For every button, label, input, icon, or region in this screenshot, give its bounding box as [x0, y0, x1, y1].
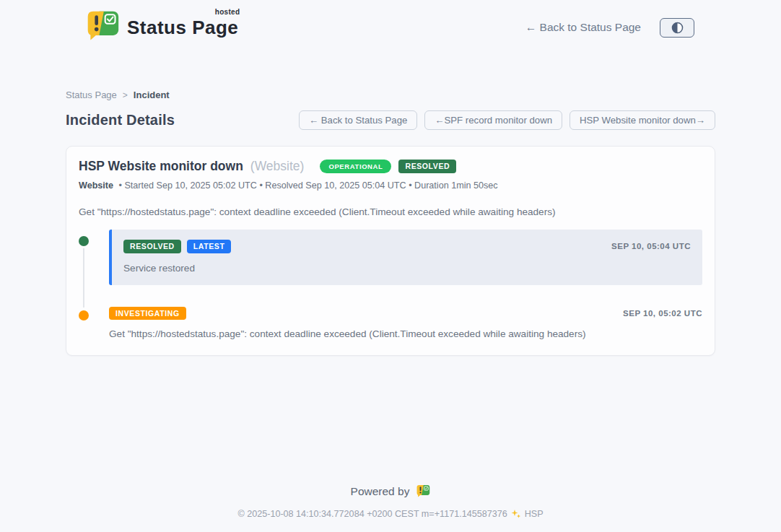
timeline-latest-update-box: RESOLVED LATEST SEP 10, 05:04 UTC Servic… — [109, 230, 702, 285]
incident-meta: Website • Started Sep 10, 2025 05:02 UTC… — [79, 180, 702, 191]
breadcrumb-incident: Incident — [134, 90, 170, 100]
incident-scope: (Website) — [250, 159, 305, 174]
status-page-mini-logo-icon — [416, 484, 430, 498]
page-title: Incident Details — [66, 112, 175, 128]
main-content: Status Page > Incident Incident Details … — [66, 90, 715, 356]
timeline-entry-investigating: INVESTIGATING SEP 10, 05:02 UTC Get "htt… — [79, 307, 702, 341]
copyright-suffix: HSP — [525, 509, 544, 519]
breadcrumb-separator: > — [123, 90, 128, 100]
title-row: Incident Details ← Back to Status Page ←… — [66, 110, 715, 130]
theme-toggle-button[interactable] — [660, 18, 694, 38]
contrast-icon — [671, 21, 684, 35]
powered-by-label: Powered by — [351, 485, 410, 498]
resolved-status-badge: RESOLVED — [123, 240, 181, 253]
header-back-link[interactable]: ← Back to Status Page — [525, 21, 641, 34]
incident-title-row: HSP Website monitor down (Website) OPERA… — [79, 159, 702, 174]
timeline-message: Get "https://hostedstatus.page": context… — [109, 328, 702, 339]
brand-superscript: hosted — [215, 8, 240, 16]
timeline-message: Service restored — [123, 263, 691, 274]
header: Status Page hosted ← Back to Status Page — [0, 0, 781, 46]
sparkles-icon — [511, 509, 521, 519]
incident-title: HSP Website monitor down — [79, 159, 243, 174]
incident-service: Website — [79, 180, 113, 191]
next-incident-button[interactable]: HSP Website monitor down→ — [570, 110, 715, 130]
incident-timeline: RESOLVED LATEST SEP 10, 05:04 UTC Servic… — [79, 230, 702, 341]
timeline-update-content: INVESTIGATING SEP 10, 05:02 UTC Get "htt… — [109, 307, 702, 341]
incident-nav-buttons: ← Back to Status Page ←SPF record monito… — [299, 110, 715, 130]
brand-logo[interactable]: Status Page hosted — [85, 9, 238, 45]
breadcrumb: Status Page > Incident — [66, 90, 715, 100]
back-to-status-page-button[interactable]: ← Back to Status Page — [299, 110, 417, 130]
timeline-dot-green — [79, 236, 89, 246]
incident-card: HSP Website monitor down (Website) OPERA… — [66, 146, 715, 356]
investigating-status-badge: INVESTIGATING — [109, 307, 186, 320]
copyright-line: © 2025-10-08 14:10:34.772084 +0200 CEST … — [0, 509, 781, 519]
copyright-text: © 2025-10-08 14:10:34.772084 +0200 CEST … — [237, 509, 507, 519]
prev-incident-button[interactable]: ←SPF record monitor down — [424, 110, 562, 130]
timeline-entry-header: RESOLVED LATEST SEP 10, 05:04 UTC — [123, 240, 691, 253]
footer: Powered by © 2025-10-08 14:10:34.772084 … — [0, 484, 781, 519]
incident-meta-details: • Started Sep 10, 2025 05:02 UTC • Resol… — [119, 180, 498, 191]
status-page-logo-icon — [85, 9, 120, 45]
timeline-entry-header: INVESTIGATING SEP 10, 05:02 UTC — [109, 307, 702, 320]
header-right: ← Back to Status Page — [525, 18, 694, 38]
timeline-entry-resolved: RESOLVED LATEST SEP 10, 05:04 UTC Servic… — [79, 230, 702, 285]
brand-text: Status Page hosted — [127, 9, 238, 39]
timeline-dot-orange — [79, 310, 89, 320]
breadcrumb-status-page[interactable]: Status Page — [66, 90, 117, 100]
operational-badge: OPERATIONAL — [320, 160, 391, 174]
timeline-timestamp: SEP 10, 05:04 UTC — [611, 242, 691, 250]
latest-badge: LATEST — [187, 240, 232, 253]
brand-name: Status Page — [127, 17, 238, 38]
incident-description: Get "https://hostedstatus.page": context… — [79, 206, 702, 217]
timeline-timestamp: SEP 10, 05:02 UTC — [623, 309, 702, 318]
powered-by-link[interactable]: Powered by — [351, 484, 431, 498]
resolved-badge: RESOLVED — [398, 160, 456, 173]
